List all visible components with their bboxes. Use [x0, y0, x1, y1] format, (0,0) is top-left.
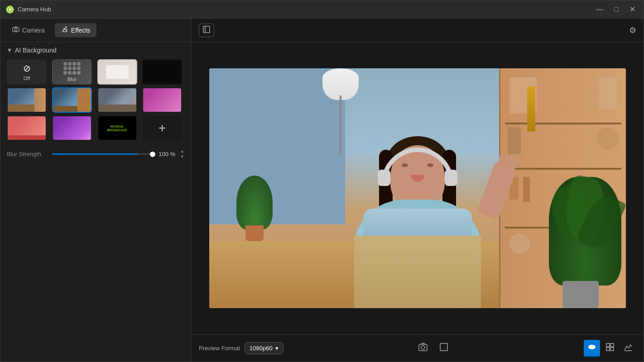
toolbar-center: [288, 340, 579, 356]
effects-tab-icon: [61, 26, 68, 34]
panel-collapse-button[interactable]: [199, 24, 214, 37]
blur-slider-fill: [52, 153, 138, 155]
nvidia-label: NVIDIA BROADCAST: [98, 116, 136, 140]
bg-option-light[interactable]: [97, 59, 137, 85]
person-overlay: [209, 68, 626, 308]
app-title: Camera Hub: [18, 6, 51, 13]
section-title: AI Background: [15, 47, 57, 54]
bg-option-nvidia[interactable]: NVIDIA BROADCAST: [97, 115, 137, 141]
svg-point-1: [9, 8, 11, 11]
format-dropdown-icon: ▾: [275, 345, 279, 352]
off-icon: ⊘: [23, 63, 31, 74]
background-grid: ⊘ Off Blur: [7, 59, 185, 141]
svg-rect-15: [610, 348, 614, 351]
maximize-button[interactable]: □: [611, 5, 621, 14]
blur-slider-thumb: [150, 152, 155, 157]
svg-rect-14: [606, 348, 610, 351]
blur-decrement-button[interactable]: ▼: [180, 154, 185, 159]
camera-tab[interactable]: Camera: [6, 23, 51, 37]
section-header: ▼ AI Background: [7, 47, 185, 54]
blur-spinner: ▲ ▼: [180, 149, 185, 159]
chart-view-button[interactable]: [620, 340, 636, 357]
camera-tab-label: Camera: [22, 27, 45, 34]
blur-dots-grid: [63, 62, 81, 75]
blur-value: 100 %: [157, 151, 175, 157]
blur-label: Blur: [67, 76, 77, 82]
toolbar-right: [584, 340, 636, 357]
right-panel: ⚙: [192, 19, 644, 362]
screenshot-button[interactable]: [416, 340, 430, 356]
settings-button[interactable]: ⚙: [629, 25, 636, 35]
bg-option-office1[interactable]: [7, 87, 47, 113]
svg-point-4: [65, 27, 67, 28]
bg-option-purple[interactable]: [52, 115, 92, 141]
tab-bar: Camera Effects: [0, 19, 191, 42]
blur-slider[interactable]: [52, 153, 153, 155]
bg-option-pink2[interactable]: [7, 115, 47, 141]
svg-rect-12: [606, 343, 610, 347]
left-panel: Camera Effects ▼ AI Background: [0, 19, 192, 362]
main-content: Camera Effects ▼ AI Background: [0, 19, 644, 362]
video-area: [192, 42, 644, 334]
bg-option-add[interactable]: +: [142, 115, 182, 141]
bg-option-dark[interactable]: [142, 59, 182, 85]
person-figure: [304, 91, 531, 308]
preview-format-label: Preview Format: [199, 345, 240, 352]
title-bar: Camera Hub — □ ✕: [0, 0, 644, 19]
single-view-button[interactable]: [584, 340, 600, 357]
video-frame: [209, 68, 626, 308]
blur-increment-button[interactable]: ▲: [180, 149, 185, 154]
app-icon: [6, 5, 14, 14]
bg-option-off[interactable]: ⊘ Off: [7, 59, 47, 85]
grid-view-button[interactable]: [602, 340, 618, 357]
person-body: [354, 200, 481, 308]
svg-rect-2: [13, 28, 19, 32]
bottom-toolbar: Preview Format 1080p60 ▾: [192, 334, 644, 362]
window-controls: — □ ✕: [593, 5, 638, 14]
blur-strength-label: Blur Strength: [7, 151, 48, 157]
off-label: Off: [24, 76, 30, 81]
effects-tab-label: Effects: [71, 27, 91, 34]
bg-option-pink[interactable]: [142, 87, 182, 113]
blur-slider-wrap[interactable]: [52, 153, 153, 155]
svg-rect-5: [203, 26, 210, 33]
close-button[interactable]: ✕: [627, 5, 638, 14]
bg-option-blur[interactable]: Blur: [52, 59, 92, 85]
svg-rect-13: [610, 343, 614, 347]
svg-point-11: [591, 346, 593, 348]
title-bar-left: Camera Hub: [6, 5, 51, 14]
headphone-left-pad: [378, 170, 390, 186]
blur-strength-row: Blur Strength 100 % ▲ ▼: [7, 147, 185, 161]
preview-format-select[interactable]: 1080p60 ▾: [245, 342, 284, 354]
svg-rect-7: [419, 344, 427, 351]
section-collapse-arrow: ▼: [7, 47, 12, 53]
app-window: Camera Hub — □ ✕ Came: [0, 0, 644, 362]
svg-point-8: [421, 346, 425, 349]
bg-option-office3[interactable]: [97, 87, 137, 113]
effects-tab[interactable]: Effects: [55, 23, 97, 37]
right-header: ⚙: [192, 19, 644, 42]
ai-background-section: ▼ AI Background ⊘ Off: [0, 42, 191, 362]
headphone-right-pad: [445, 170, 457, 186]
add-icon: +: [143, 116, 181, 140]
minimize-button[interactable]: —: [593, 5, 606, 14]
bg-option-office2[interactable]: [52, 87, 92, 113]
preview-format-value: 1080p60: [250, 345, 273, 352]
svg-point-3: [15, 29, 17, 31]
svg-rect-9: [440, 343, 447, 351]
crop-button[interactable]: [437, 340, 451, 356]
camera-tab-icon: [12, 26, 19, 34]
